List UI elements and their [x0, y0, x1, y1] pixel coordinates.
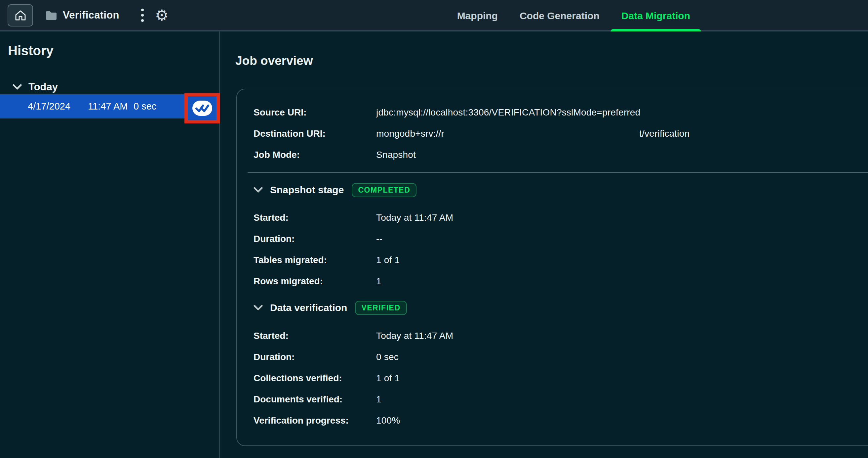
destination-uri-end: t/verification — [639, 128, 689, 139]
job-mode-label: Job Mode: — [253, 150, 376, 160]
destination-uri-value: mongodb+srv://r t/verification — [376, 128, 689, 139]
tables-migrated-row: Tables migrated: 1 of 1 — [253, 250, 868, 271]
documents-verified-label: Documents verified: — [253, 394, 376, 405]
history-group-label: Today — [28, 81, 58, 93]
destination-uri-label: Destination URI: — [253, 128, 376, 139]
history-sidebar: History Today 4/17/2024 11:47 AM 0 sec — [0, 31, 220, 458]
documents-verified-row: Documents verified: 1 — [253, 389, 868, 410]
data-verification-rows: Started: Today at 11:47 AM Duration: 0 s… — [253, 325, 868, 431]
home-button[interactable] — [8, 4, 33, 26]
chevron-down-icon — [253, 305, 263, 311]
job-mode-row: Job Mode: Snapshot — [253, 144, 868, 166]
tables-migrated-label: Tables migrated: — [253, 255, 376, 265]
verification-started-value: Today at 11:47 AM — [376, 331, 453, 341]
folder-icon — [45, 10, 58, 21]
rows-migrated-label: Rows migrated: — [253, 276, 376, 287]
data-verification-header[interactable]: Data verification VERIFIED — [253, 294, 868, 321]
snapshot-stage-title: Snapshot stage — [270, 184, 344, 196]
tab-mapping-label: Mapping — [457, 10, 498, 22]
chevron-down-icon — [253, 187, 263, 193]
run-duration: 0 sec — [133, 94, 156, 118]
section-divider — [248, 172, 868, 173]
project-title: Verification — [63, 9, 119, 21]
collections-verified-label: Collections verified: — [253, 373, 376, 383]
documents-verified-value: 1 — [376, 394, 381, 405]
duration-value: -- — [376, 234, 382, 244]
duration-row: Duration: -- — [253, 228, 868, 250]
source-uri-row: Source URI: jdbc:mysql://localhost:3306/… — [253, 102, 868, 123]
settings-gear-button[interactable]: ⚙ — [155, 5, 168, 25]
chevron-down-icon — [12, 84, 22, 90]
kebab-dot — [141, 19, 144, 22]
started-label: Started: — [253, 212, 376, 223]
started-row: Started: Today at 11:47 AM — [253, 207, 868, 228]
kebab-dot — [141, 9, 144, 11]
history-title: History — [8, 44, 54, 58]
page-title: Job overview — [235, 54, 313, 68]
verification-duration-label: Duration: — [253, 352, 376, 362]
tab-mapping[interactable]: Mapping — [446, 0, 509, 31]
data-verification-title: Data verification — [270, 302, 347, 313]
app-header: Verification ⚙ Mapping Code Generation D… — [0, 0, 868, 31]
verification-progress-value: 100% — [376, 415, 400, 426]
duration-label: Duration: — [253, 234, 376, 244]
kebab-dot — [141, 14, 144, 17]
run-time: 11:47 AM — [88, 94, 128, 118]
snapshot-stage-header[interactable]: Snapshot stage COMPLETED — [253, 178, 868, 202]
tab-data-migration-label: Data Migration — [621, 10, 690, 22]
collections-verified-value: 1 of 1 — [376, 373, 400, 383]
verification-progress-row: Verification progress: 100% — [253, 410, 868, 431]
kebab-menu-button[interactable] — [136, 5, 149, 25]
tab-data-migration[interactable]: Data Migration — [611, 0, 701, 31]
destination-uri-start: mongodb+srv://r — [376, 128, 444, 139]
tab-bar: Mapping Code Generation Data Migration — [446, 0, 701, 31]
source-uri-value: jdbc:mysql://localhost:3306/VERIFICATION… — [376, 107, 640, 118]
job-mode-value: Snapshot — [376, 150, 416, 160]
snapshot-stage-rows: Started: Today at 11:47 AM Duration: -- … — [253, 207, 868, 292]
destination-uri-row: Destination URI: mongodb+srv://r t/verif… — [253, 123, 868, 144]
rows-migrated-value: 1 — [376, 276, 381, 287]
rows-migrated-row: Rows migrated: 1 — [253, 271, 868, 292]
verification-duration-row: Duration: 0 sec — [253, 346, 868, 368]
tables-migrated-value: 1 of 1 — [376, 255, 400, 265]
tab-code-generation-label: Code Generation — [520, 10, 599, 22]
tab-code-generation[interactable]: Code Generation — [509, 0, 611, 31]
home-icon — [14, 9, 26, 21]
verification-started-label: Started: — [253, 331, 376, 341]
annotation-highlight-box — [184, 93, 220, 123]
verification-progress-label: Verification progress: — [253, 415, 376, 426]
double-check-status-icon — [192, 100, 213, 116]
job-overview-card: Source URI: jdbc:mysql://localhost:3306/… — [236, 89, 868, 446]
job-overview-panel: Job overview Source URI: jdbc:mysql://lo… — [220, 31, 868, 458]
source-uri-label: Source URI: — [253, 107, 376, 118]
collections-verified-row: Collections verified: 1 of 1 — [253, 368, 868, 389]
started-value: Today at 11:47 AM — [376, 212, 453, 223]
completed-status-badge: COMPLETED — [352, 183, 416, 197]
verification-started-row: Started: Today at 11:47 AM — [253, 325, 868, 346]
verification-duration-value: 0 sec — [376, 352, 399, 362]
verified-status-badge: VERIFIED — [355, 301, 407, 315]
run-date: 4/17/2024 — [28, 94, 70, 118]
